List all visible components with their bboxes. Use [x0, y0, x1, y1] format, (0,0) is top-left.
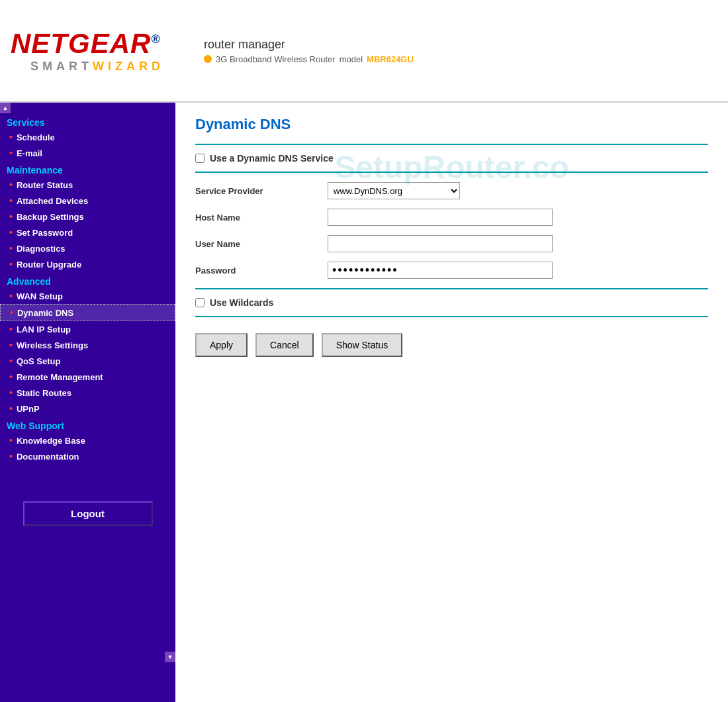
sidebar-bullet-icon: •	[9, 179, 13, 190]
host-name-label: Host Name	[195, 213, 328, 223]
router-manager-title: router manager	[204, 38, 414, 52]
sidebar-item-label: Attached Devices	[17, 196, 88, 206]
header: NETGEAR® SMARTWIZARD router manager 3G B…	[0, 0, 728, 103]
sidebar-item-label: Router Upgrade	[17, 260, 81, 270]
user-name-label: User Name	[195, 239, 328, 249]
sidebar-item-e-mail[interactable]: •E-mail	[0, 145, 175, 161]
sidebar-item-label: Diagnostics	[17, 244, 66, 254]
sidebar-item-label: Remote Management	[17, 372, 103, 382]
sidebar-item-documentation[interactable]: •Documentation	[0, 448, 175, 464]
use-dynamic-dns-checkbox[interactable]	[195, 154, 205, 163]
sidebar-item-upnp[interactable]: •UPnP	[0, 401, 175, 417]
sidebar-item-label: LAN IP Setup	[17, 325, 71, 334]
use-dynamic-dns-label: Use a Dynamic DNS Service	[210, 153, 334, 164]
model-label-text: model	[340, 54, 363, 64]
netgear-logo: NETGEAR®	[11, 28, 164, 60]
model-dot-icon	[204, 55, 212, 63]
sidebar-bullet-icon: •	[9, 340, 13, 350]
sidebar-item-dynamic-dns[interactable]: •Dynamic DNS	[0, 304, 175, 321]
sidebar-item-router-upgrade[interactable]: •Router Upgrade	[0, 256, 175, 272]
password-label: Password	[195, 266, 328, 276]
sidebar-bullet-icon: •	[9, 387, 13, 398]
sidebar-item-attached-devices[interactable]: •Attached Devices	[0, 193, 175, 209]
sidebar-item-label: Dynamic DNS	[17, 308, 73, 318]
sidebar-bullet-icon: •	[9, 451, 13, 462]
use-wildcards-checkbox[interactable]	[195, 298, 205, 307]
sidebar-bullet-icon: •	[9, 435, 13, 446]
sidebar-bullet-icon: •	[9, 132, 13, 142]
sidebar-item-label: Backup Settings	[17, 212, 84, 222]
smartwizard-logo: SMARTWIZARD	[30, 60, 164, 74]
sidebar-item-label: Set Password	[17, 228, 73, 238]
main-layout: ▲ Services•Schedule•E-mailMaintenance•Ro…	[0, 103, 728, 702]
sidebar-section-advanced: Advanced	[0, 272, 175, 288]
sidebar-bullet-icon: •	[9, 291, 13, 301]
logout-button[interactable]: Logout	[23, 501, 153, 526]
wizard-text: WIZARD	[93, 60, 164, 73]
sidebar-item-backup-settings[interactable]: •Backup Settings	[0, 209, 175, 225]
sidebar-bullet-icon: •	[9, 211, 13, 222]
sidebar-section-maintenance: Maintenance	[0, 161, 175, 177]
sidebar-item-lan-ip-setup[interactable]: •LAN IP Setup	[0, 321, 175, 337]
router-type-text: 3G Broadband Wireless Router	[216, 54, 336, 64]
content-area: SetupRouter.co Dynamic DNS Use a Dynamic…	[175, 103, 728, 702]
sidebar-item-label: Wireless Settings	[17, 340, 88, 350]
use-wildcards-row: Use Wildcards	[195, 297, 708, 308]
service-provider-label: Service Provider	[195, 186, 328, 196]
sidebar-scroll-down-arrow[interactable]: ▼	[165, 652, 175, 662]
sidebar: ▲ Services•Schedule•E-mailMaintenance•Ro…	[0, 103, 175, 702]
host-name-input[interactable]	[328, 209, 553, 226]
model-name-text: MBR624GU	[367, 54, 414, 64]
sidebar-item-knowledge-base[interactable]: •Knowledge Base	[0, 432, 175, 448]
router-model-line: 3G Broadband Wireless Router model MBR62…	[204, 54, 414, 64]
sidebar-item-router-status[interactable]: •Router Status	[0, 177, 175, 193]
button-row: Apply Cancel Show Status	[195, 333, 708, 357]
sidebar-bullet-icon: •	[10, 307, 13, 318]
use-wildcards-label: Use Wildcards	[210, 297, 273, 308]
sidebar-item-wan-setup[interactable]: •WAN Setup	[0, 288, 175, 304]
sidebar-item-label: Documentation	[17, 452, 79, 462]
sidebar-bullet-icon: •	[9, 227, 13, 238]
sidebar-bullet-icon: •	[9, 324, 13, 334]
user-name-input[interactable]	[328, 235, 553, 252]
netgear-text: NETGEAR	[11, 28, 151, 59]
sidebar-item-schedule[interactable]: •Schedule	[0, 129, 175, 145]
sidebar-item-diagnostics[interactable]: •Diagnostics	[0, 240, 175, 256]
sidebar-item-label: Schedule	[17, 132, 55, 142]
top-divider	[195, 144, 708, 145]
host-name-row: Host Name	[195, 209, 708, 226]
use-dynamic-dns-row: Use a Dynamic DNS Service	[195, 153, 708, 164]
sidebar-item-static-routes[interactable]: •Static Routes	[0, 385, 175, 401]
sidebar-bullet-icon: •	[9, 403, 13, 414]
sidebar-section-web-support: Web Support	[0, 417, 175, 432]
apply-button[interactable]: Apply	[195, 333, 248, 357]
logo-area: NETGEAR® SMARTWIZARD	[11, 28, 164, 74]
sidebar-item-set-password[interactable]: •Set Password	[0, 225, 175, 240]
show-status-button[interactable]: Show Status	[322, 333, 403, 357]
sidebar-bullet-icon: •	[9, 148, 13, 158]
sidebar-bullet-icon: •	[9, 259, 13, 270]
service-provider-row: Service Provider www.DynDNS.org www.TZO.…	[195, 182, 708, 199]
sidebar-scroll-up-arrow[interactable]: ▲	[0, 103, 11, 113]
sidebar-item-remote-management[interactable]: •Remote Management	[0, 369, 175, 385]
sidebar-item-label: Static Routes	[17, 388, 71, 398]
sidebar-section-services: Services	[0, 113, 175, 129]
user-name-row: User Name	[195, 235, 708, 252]
sidebar-bullet-icon: •	[9, 243, 13, 254]
sidebar-item-label: Router Status	[17, 180, 73, 190]
cancel-button[interactable]: Cancel	[255, 333, 314, 357]
mid-divider-2	[195, 288, 708, 289]
sidebar-item-wireless-settings[interactable]: •Wireless Settings	[0, 337, 175, 353]
content-inner: SetupRouter.co Dynamic DNS Use a Dynamic…	[195, 116, 708, 357]
sidebar-item-qos-setup[interactable]: •QoS Setup	[0, 353, 175, 369]
sidebar-item-label: E-mail	[17, 148, 42, 158]
sidebar-bullet-icon: •	[9, 372, 13, 382]
mid-divider-1	[195, 172, 708, 173]
service-provider-select[interactable]: www.DynDNS.org www.TZO.com www.No-IP.com	[328, 182, 460, 199]
sidebar-item-label: WAN Setup	[17, 291, 63, 301]
sidebar-inner: Services•Schedule•E-mailMaintenance•Rout…	[0, 113, 175, 491]
page-title: Dynamic DNS	[195, 116, 708, 133]
router-manager-area: router manager 3G Broadband Wireless Rou…	[204, 38, 414, 64]
sidebar-item-label: UPnP	[17, 404, 40, 414]
password-input[interactable]	[328, 262, 553, 279]
